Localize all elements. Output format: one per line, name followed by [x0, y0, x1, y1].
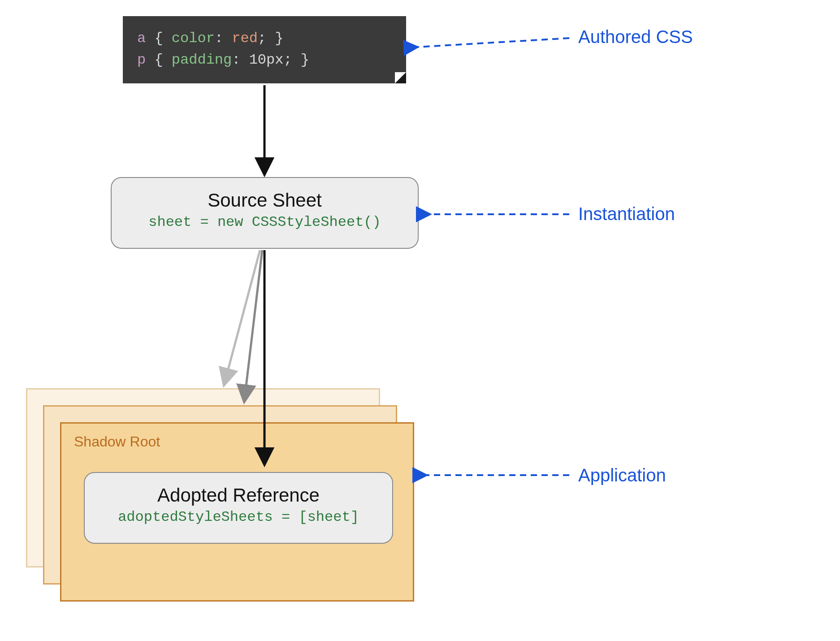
token-value: 10px: [249, 52, 284, 68]
token-value: red: [232, 30, 258, 47]
token-colon: :: [232, 52, 249, 68]
adopted-reference-box: Adopted Reference adoptedStyleSheets = […: [84, 472, 393, 544]
token-selector: p: [137, 52, 146, 68]
source-sheet-title: Source Sheet: [112, 190, 418, 211]
token-brace: }: [301, 52, 309, 68]
adopted-reference-code: adoptedStyleSheets = [sheet]: [85, 509, 392, 525]
shadow-root-label: Shadow Root: [74, 433, 400, 450]
token-brace: {: [146, 52, 172, 68]
token-semi: ;: [258, 30, 275, 47]
source-sheet-code: sheet = new CSSStyleSheet(): [112, 214, 418, 230]
token-brace: }: [275, 30, 283, 47]
shadow-root-panel-front: Shadow Root Adopted Reference adoptedSty…: [60, 422, 414, 602]
source-sheet-box: Source Sheet sheet = new CSSStyleSheet(): [111, 177, 419, 249]
token-property: color: [172, 30, 215, 47]
arrow-annotation-authored: [417, 38, 569, 47]
token-selector: a: [137, 30, 146, 47]
page-fold-icon: [395, 72, 406, 83]
annotation-instantiation: Instantiation: [578, 204, 675, 224]
annotation-authored-css: Authored CSS: [578, 27, 693, 47]
adopted-reference-title: Adopted Reference: [85, 485, 392, 506]
annotation-application: Application: [578, 465, 666, 485]
code-line-1: a { color: red; }: [137, 28, 392, 49]
token-brace: {: [146, 30, 172, 47]
code-line-2: p { padding: 10px; }: [137, 49, 392, 71]
token-property: padding: [172, 52, 232, 68]
token-semi: ;: [283, 52, 300, 68]
token-colon: :: [215, 30, 232, 47]
authored-css-code-block: a { color: red; } p { padding: 10px; }: [123, 16, 406, 83]
arrow-source-to-back: [224, 250, 260, 385]
arrow-source-to-mid: [244, 250, 262, 401]
